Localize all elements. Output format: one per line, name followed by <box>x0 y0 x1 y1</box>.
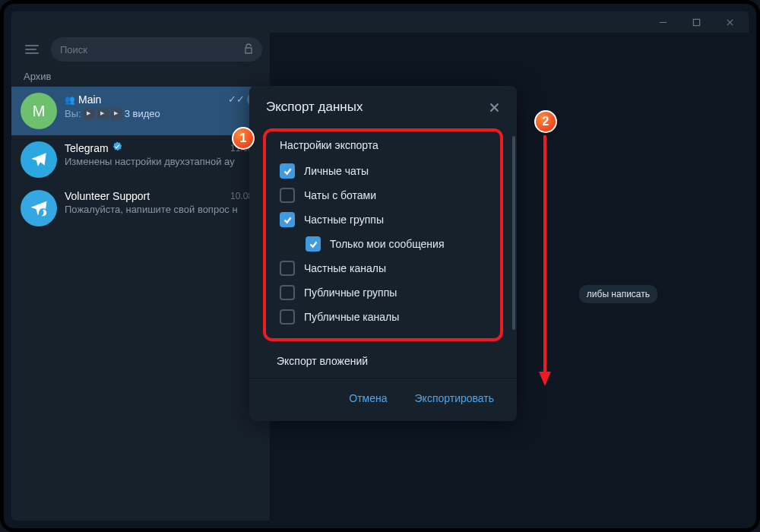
section-title: Настройки экспорта <box>280 139 491 151</box>
checkbox-row[interactable]: Частные каналы <box>280 256 491 280</box>
checkbox-row[interactable]: Публичные группы <box>280 280 491 305</box>
close-window-button[interactable] <box>715 13 744 31</box>
checkbox-unchecked-icon[interactable] <box>280 285 295 300</box>
checkbox-label: Частные каналы <box>304 262 386 274</box>
export-dialog: Экспорт данных Настройки экспорта Личные… <box>249 86 517 421</box>
checkbox-label: Личные чаты <box>304 165 369 177</box>
dialog-title: Экспорт данных <box>266 100 363 115</box>
checkbox-label: Публичные каналы <box>304 311 399 323</box>
annotation-highlight-box: Настройки экспорта Личные чатыЧаты с бот… <box>263 128 503 341</box>
svg-marker-11 <box>539 372 551 386</box>
checkbox-row[interactable]: Публичные каналы <box>280 305 491 329</box>
lock-icon <box>244 43 253 56</box>
checkbox-label: Частные группы <box>304 214 384 226</box>
search-placeholder: Поиск <box>60 44 87 55</box>
section-title: Экспорт вложений <box>252 346 514 369</box>
checkbox-row[interactable]: Чаты с ботами <box>280 183 491 207</box>
annotation-badge-2: 2 <box>534 110 557 133</box>
titlebar <box>11 11 749 33</box>
avatar: M <box>21 93 57 129</box>
chat-preview-text: Пожалуйста, напишите свой вопрос н <box>65 204 261 215</box>
checkbox-label: Чаты с ботами <box>304 189 376 201</box>
avatar <box>21 190 57 226</box>
avatar <box>21 141 57 178</box>
checkbox-unchecked-icon[interactable] <box>280 261 295 276</box>
checkbox-label: Только мои сообщения <box>330 238 445 250</box>
checkbox-row[interactable]: Частные группы <box>280 207 491 232</box>
search-input[interactable]: Поиск <box>51 37 262 62</box>
menu-button[interactable] <box>19 38 45 61</box>
chat-item-main[interactable]: M 👥Main ✓✓1 Вы: 3 видео <box>11 87 270 135</box>
checkbox-unchecked-icon[interactable] <box>280 188 295 203</box>
checkbox-unchecked-icon[interactable] <box>280 309 295 325</box>
cancel-button[interactable]: Отмена <box>338 386 397 410</box>
chat-name-label: Main <box>78 93 101 106</box>
sidebar: Поиск Архив M 👥Main ✓✓1 Вы: <box>11 33 270 521</box>
annotation-badge-1: 1 <box>232 127 255 150</box>
read-ticks-icon: ✓✓ <box>228 93 245 105</box>
checkbox-row[interactable]: Только мои сообщения <box>280 232 491 256</box>
checkbox-checked-icon[interactable] <box>280 163 295 179</box>
chat-item-telegram[interactable]: Telegram 11.08.2 Изменены настройки двух… <box>11 135 270 184</box>
video-thumb-icon <box>111 108 122 119</box>
chat-preview-text: Изменены настройки двухэтапной ау <box>65 156 261 167</box>
svg-rect-1 <box>693 19 699 25</box>
checkbox-checked-icon[interactable] <box>280 212 295 227</box>
chat-name-label: Volunteer Support <box>65 190 150 202</box>
archive-title: Архив <box>11 69 270 87</box>
hint-badge: либы написать <box>579 285 657 303</box>
maximize-button[interactable] <box>682 13 711 31</box>
video-thumb-icon <box>84 108 95 119</box>
minimize-button[interactable] <box>648 13 677 31</box>
checkbox-label: Публичные группы <box>304 287 397 299</box>
chat-you-label: Вы: <box>65 108 81 119</box>
checkbox-checked-icon[interactable] <box>306 236 321 252</box>
checkbox-row[interactable]: Личные чаты <box>280 159 491 183</box>
export-button[interactable]: Экспортировать <box>404 386 505 410</box>
dialog-scrollbar[interactable] <box>512 136 515 335</box>
annotation-arrow <box>536 131 559 390</box>
close-dialog-button[interactable] <box>485 98 503 116</box>
chat-item-support[interactable]: Volunteer Support 10.08.2 Пожалуйста, на… <box>11 184 270 233</box>
group-icon: 👥 <box>65 95 75 105</box>
verified-icon <box>112 141 122 154</box>
chat-preview-text: 3 видео <box>125 108 160 119</box>
video-thumb-icon <box>97 108 109 119</box>
chat-name-label: Telegram <box>65 142 109 154</box>
